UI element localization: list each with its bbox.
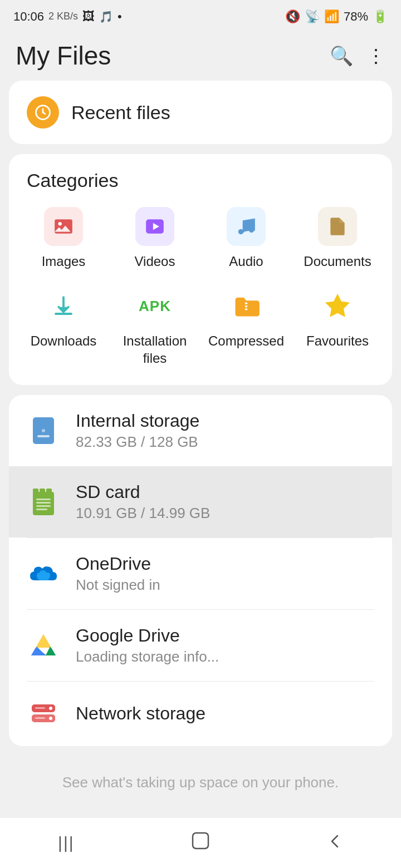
category-downloads[interactable]: Downloads: [18, 287, 109, 367]
time: 10:06: [13, 9, 44, 24]
svg-marker-31: [46, 647, 56, 655]
storage-internal[interactable]: Internal storage 82.33 GB / 128 GB: [9, 395, 392, 466]
googledrive-info: Google Drive Loading storage info...: [76, 625, 374, 665]
svg-rect-21: [36, 499, 51, 500]
svg-rect-22: [36, 502, 51, 504]
svg-rect-10: [245, 303, 247, 304]
categories-card: Categories Images Videos: [9, 154, 392, 385]
installation-label: Installation files: [109, 332, 200, 367]
recent-files-card[interactable]: Recent files: [9, 81, 392, 144]
battery-icon: 🔋: [373, 9, 388, 24]
videos-label: Videos: [135, 253, 175, 270]
downloads-icon: [44, 287, 83, 326]
images-icon: [44, 207, 83, 246]
category-favourites[interactable]: Favourites: [292, 287, 383, 367]
sdcard-name: SD card: [76, 482, 374, 502]
recent-files-label: Recent files: [71, 102, 170, 124]
back-button[interactable]: [326, 831, 343, 855]
status-left: 10:06 2 KB/s 🖼 🎵 •: [13, 9, 122, 24]
home-button[interactable]: [190, 831, 211, 856]
sdcard-info: SD card 10.91 GB / 14.99 GB: [76, 482, 374, 522]
svg-rect-24: [36, 509, 47, 510]
videos-icon: [135, 207, 174, 246]
svg-rect-15: [37, 435, 50, 437]
recents-button[interactable]: |||: [58, 834, 74, 852]
svg-point-34: [49, 707, 52, 710]
audio-label: Audio: [229, 253, 263, 270]
favourites-label: Favourites: [306, 332, 369, 349]
category-images[interactable]: Images: [18, 207, 109, 270]
googledrive-name: Google Drive: [76, 625, 374, 646]
googledrive-icon: [27, 629, 60, 662]
svg-marker-29: [37, 634, 50, 647]
more-options-button[interactable]: ⋮: [366, 45, 385, 67]
downloads-label: Downloads: [31, 332, 97, 349]
sdcard-icon: [27, 485, 60, 519]
sdcard-sub: 10.91 GB / 14.99 GB: [76, 505, 374, 522]
status-bar: 10:06 2 KB/s 🖼 🎵 • 🔇 📡 📶 78% 🔋: [0, 0, 401, 31]
mute-icon: 🔇: [285, 9, 300, 24]
svg-rect-36: [35, 707, 45, 709]
internal-storage-icon: [27, 414, 60, 447]
storage-sdcard[interactable]: SD card 10.91 GB / 14.99 GB: [9, 466, 392, 537]
audio-icon: [227, 207, 266, 246]
svg-point-7: [238, 229, 244, 235]
category-documents[interactable]: Documents: [292, 207, 383, 270]
svg-rect-38: [193, 833, 208, 849]
compressed-label: Compressed: [208, 332, 284, 349]
network-storage-name: Network storage: [76, 703, 374, 724]
storage-network[interactable]: Network storage: [9, 682, 392, 746]
svg-rect-20: [46, 489, 52, 495]
app-header: My Files 🔍 ⋮: [0, 31, 401, 81]
svg-rect-11: [245, 305, 247, 307]
status-right: 🔇 📡 📶 78% 🔋: [285, 9, 388, 24]
recent-files-row[interactable]: Recent files: [9, 81, 392, 144]
page-title: My Files: [16, 41, 111, 71]
dot-indicator: •: [118, 9, 122, 24]
category-compressed[interactable]: Compressed: [200, 287, 292, 367]
storage-googledrive[interactable]: Google Drive Loading storage info...: [9, 610, 392, 681]
favourites-icon: [318, 287, 357, 326]
onedrive-name: OneDrive: [76, 554, 374, 574]
header-icons: 🔍 ⋮: [330, 45, 385, 67]
internal-storage-name: Internal storage: [76, 411, 374, 431]
internal-storage-sub: 82.33 GB / 128 GB: [76, 433, 374, 451]
onedrive-sub: Not signed in: [76, 576, 374, 594]
tiktok-icon: 🎵: [99, 10, 113, 23]
onedrive-info: OneDrive Not signed in: [76, 554, 374, 594]
svg-rect-23: [36, 505, 51, 507]
svg-line-2: [43, 112, 45, 114]
svg-rect-19: [40, 489, 45, 495]
images-label: Images: [42, 253, 86, 270]
svg-rect-12: [245, 309, 247, 310]
bottom-nav-bar: |||: [0, 818, 401, 868]
documents-icon: [318, 207, 357, 246]
battery-text: 78%: [344, 9, 368, 24]
compressed-icon: [227, 287, 266, 326]
onedrive-icon: [27, 557, 60, 590]
installation-icon: APK: [135, 287, 174, 326]
svg-point-16: [42, 429, 45, 432]
internal-storage-info: Internal storage 82.33 GB / 128 GB: [76, 411, 374, 451]
gallery-icon: 🖼: [82, 9, 95, 24]
svg-marker-30: [31, 647, 46, 655]
storage-onedrive[interactable]: OneDrive Not signed in: [9, 538, 392, 609]
googledrive-sub: Loading storage info...: [76, 648, 374, 665]
svg-rect-18: [33, 489, 38, 495]
svg-point-35: [49, 717, 52, 720]
storage-card: Internal storage 82.33 GB / 128 GB SD ca…: [9, 395, 392, 746]
signal-icon: 📶: [324, 9, 339, 24]
categories-grid: Images Videos Audio: [18, 207, 383, 367]
category-videos[interactable]: Videos: [109, 207, 200, 270]
speed: 2 KB/s: [48, 11, 78, 22]
recent-clock-icon: [27, 96, 59, 129]
search-button[interactable]: 🔍: [330, 45, 353, 67]
wifi-icon: 📡: [305, 9, 320, 24]
svg-rect-37: [35, 717, 45, 719]
category-audio[interactable]: Audio: [200, 207, 292, 270]
network-storage-info: Network storage: [76, 703, 374, 724]
categories-title: Categories: [18, 170, 383, 191]
svg-point-4: [58, 222, 62, 225]
category-installation[interactable]: APK Installation files: [109, 287, 200, 367]
network-storage-icon: [27, 697, 60, 731]
